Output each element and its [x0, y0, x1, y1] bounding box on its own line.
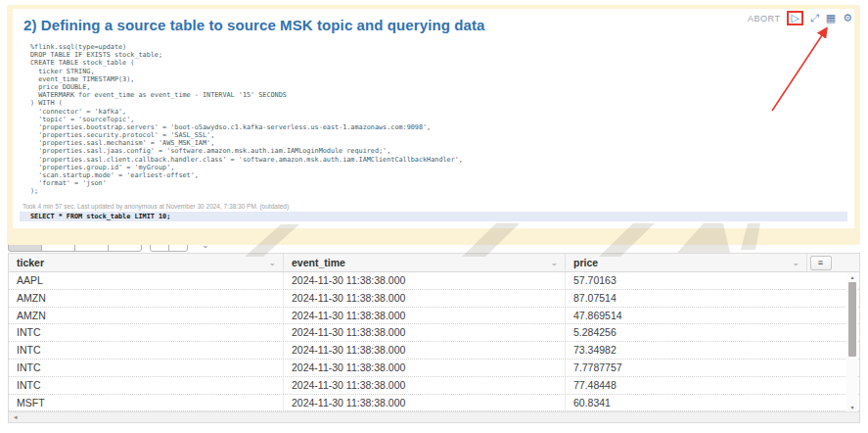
table-row[interactable]: AAPL2024-11-30 11:38:38.00057.70163 [9, 272, 859, 290]
code-line: ticker STRING, [30, 68, 847, 75]
table-cell: 57.70163 [566, 272, 834, 289]
show-output-icon[interactable]: ▦ [826, 13, 836, 24]
zeppelin-notebook-page: ⌄ 2) Defining a source table to source M… [0, 0, 868, 433]
table-cell: 2024-11-30 11:38:38.000 [284, 395, 566, 411]
notebook-paragraph: 2) Defining a source table to source MSK… [7, 5, 860, 245]
table-cell: AAPL [9, 272, 284, 289]
scroll-up-icon[interactable]: ▴ [850, 273, 853, 281]
table-cell: INTC [9, 324, 284, 341]
sql-code-editor[interactable]: %flink.ssql(type=update)DROP TABLE IF EX… [20, 37, 847, 225]
table-cell: 2024-11-30 11:38:38.000 [284, 377, 566, 394]
code-line: 'properties.sasl.jaas.config' = 'softwar… [30, 147, 847, 155]
table-menu-cell: ≡ [807, 254, 834, 271]
table-cell: MSFT [9, 395, 284, 411]
table-cell: 2024-11-30 11:38:38.000 [284, 360, 566, 376]
table-cell: INTC [9, 360, 284, 376]
table-header-row: ticker⌄event_time⌄price⌄≡ [9, 254, 859, 272]
table-cell: 2024-11-30 11:38:38.000 [284, 272, 566, 289]
column-header-label: event_time [292, 257, 345, 268]
column-header-price[interactable]: price⌄ [566, 254, 807, 271]
paragraph-title: 2) Defining a source table to source MSK… [23, 17, 484, 33]
table-cell: 7.7787757 [566, 360, 834, 376]
horizontal-scrollbar[interactable]: ◂ [9, 411, 859, 422]
table-body: AAPL2024-11-30 11:38:38.00057.70163AMZN2… [9, 272, 859, 411]
table-row[interactable]: AMZN2024-11-30 11:38:38.00087.07514 [9, 290, 859, 308]
table-cell: 60.8341 [566, 395, 834, 411]
table-cell: AMZN [9, 290, 284, 307]
select-query-line[interactable]: SELECT * FROM stock_table LIMIT 10; [20, 212, 847, 221]
settings-gear-icon[interactable]: ⚙ [843, 13, 852, 24]
column-filter-caret-icon[interactable]: ⌄ [550, 258, 558, 267]
code-line: event_time TIMESTAMP(3), [30, 75, 847, 83]
table-cell: INTC [9, 377, 284, 394]
table-cell: 77.48448 [566, 377, 834, 394]
table-row[interactable]: INTC2024-11-30 11:38:38.0007.7787757 [9, 360, 859, 377]
column-header-event_time[interactable]: event_time⌄ [284, 254, 566, 271]
table-cell: 5.284256 [566, 324, 834, 341]
scroll-left-icon[interactable]: ◂ [14, 413, 18, 421]
code-line: ); [30, 187, 847, 195]
vertical-scrollbar-thumb[interactable] [848, 282, 856, 357]
scroll-down-icon[interactable]: ▾ [850, 404, 853, 411]
expand-icon[interactable]: ⤢ [810, 13, 819, 24]
code-line: DROP TABLE IF EXISTS stock_table; [30, 51, 847, 59]
run-paragraph-icon[interactable]: ▷ [791, 13, 799, 24]
column-header-ticker[interactable]: ticker⌄ [9, 254, 284, 271]
table-menu-button[interactable]: ≡ [810, 256, 832, 270]
column-header-label: price [573, 257, 598, 268]
paragraph-controls: ABORT ▷ ⤢ ▦ ⚙ [748, 11, 852, 25]
results-table: ticker⌄event_time⌄price⌄≡ AAPL2024-11-30… [8, 253, 860, 423]
code-line: 'topic' = 'sourceTopic', [30, 116, 847, 123]
code-line: CREATE TABLE stock_table ( [30, 59, 847, 67]
code-line: 'properties.group.id' = 'myGroup', [30, 164, 847, 171]
code-block: %flink.ssql(type=update)DROP TABLE IF EX… [30, 43, 847, 212]
table-row[interactable]: INTC2024-11-30 11:38:38.00073.34982 [9, 342, 859, 360]
paragraph-status-text: Took 4 min 57 sec. Last updated by anony… [23, 203, 289, 210]
table-cell: 2024-11-30 11:38:38.000 [284, 290, 566, 307]
table-cell: 73.34982 [566, 342, 834, 359]
table-cell: 47.869514 [566, 308, 834, 324]
code-line: 'properties.sasl.mechanism' = 'AWS_MSK_I… [30, 139, 847, 147]
vertical-scrollbar[interactable]: ▴ ▾ [846, 273, 858, 411]
code-line: %flink.ssql(type=update) [30, 43, 847, 51]
table-cell: 2024-11-30 11:38:38.000 [284, 342, 566, 359]
column-header-label: ticker [17, 257, 44, 268]
abort-button[interactable]: ABORT [748, 14, 780, 24]
code-line: ) WITH ( [30, 99, 847, 107]
column-filter-caret-icon[interactable]: ⌄ [268, 258, 276, 267]
table-cell: INTC [9, 342, 284, 359]
table-row[interactable]: MSFT2024-11-30 11:38:38.00060.8341 [9, 395, 859, 412]
table-cell: 87.07514 [566, 290, 834, 307]
table-row[interactable]: INTC2024-11-30 11:38:38.00077.48448 [9, 377, 859, 395]
table-row[interactable]: INTC2024-11-30 11:38:38.0005.284256 [9, 324, 859, 342]
code-line: 'properties.bootstrap.servers' = 'boot-o… [30, 123, 847, 131]
code-line: 'properties.security.protocol' = 'SASL_S… [30, 131, 847, 139]
code-line: 'properties.sasl.client.callback.handler… [30, 156, 847, 164]
table-cell: 2024-11-30 11:38:38.000 [284, 308, 566, 324]
table-row[interactable]: AMZN2024-11-30 11:38:38.00047.869514 [9, 308, 859, 325]
table-cell: AMZN [9, 308, 284, 324]
code-line: price DOUBLE, [30, 83, 847, 91]
column-filter-caret-icon[interactable]: ⌄ [792, 258, 799, 267]
paragraph-content: 2) Defining a source table to source MSK… [13, 9, 854, 228]
code-line: 'scan.startup.mode' = 'earliest-offset', [30, 171, 847, 179]
code-line: 'format' = 'json' [30, 179, 847, 187]
code-line: WATERMARK for event_time as event_time -… [30, 91, 847, 99]
run-button-highlight-box: ▷ [787, 11, 802, 25]
table-cell: 2024-11-30 11:38:38.000 [284, 324, 566, 341]
code-line: 'connector' = 'kafka', [30, 108, 847, 116]
